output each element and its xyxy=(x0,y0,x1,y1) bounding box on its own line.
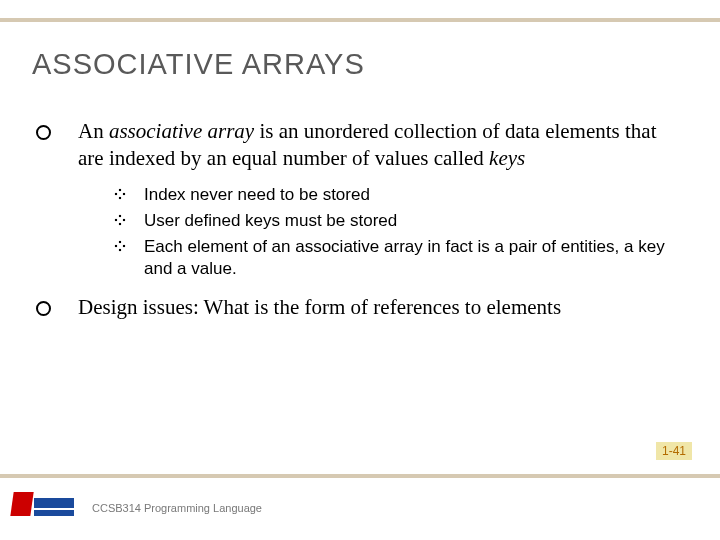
list-item: Index never need to be stored xyxy=(78,184,682,206)
slide-title: ASSOCIATIVE ARRAYS xyxy=(32,48,365,81)
list-item: Each element of an associative array in … xyxy=(78,236,682,280)
bullet-list: An associative array is an unordered col… xyxy=(32,118,682,321)
slide-number: 1-41 xyxy=(656,442,692,460)
decorative-strip-top xyxy=(0,18,720,22)
sub-bullet-list: Index never need to be stored User defin… xyxy=(78,184,682,280)
list-item: An associative array is an unordered col… xyxy=(32,118,682,280)
logo-icon xyxy=(8,490,76,520)
decorative-strip-bottom xyxy=(0,474,720,478)
bullet-text: Design issues: What is the form of refer… xyxy=(78,295,561,319)
footer-text: CCSB314 Programming Language xyxy=(92,502,262,514)
list-item: Design issues: What is the form of refer… xyxy=(32,294,682,321)
slide: ASSOCIATIVE ARRAYS An associative array … xyxy=(0,0,720,540)
content-area: An associative array is an unordered col… xyxy=(32,118,682,335)
list-item: User defined keys must be stored xyxy=(78,210,682,232)
bullet-text: An associative array is an unordered col… xyxy=(78,119,657,170)
